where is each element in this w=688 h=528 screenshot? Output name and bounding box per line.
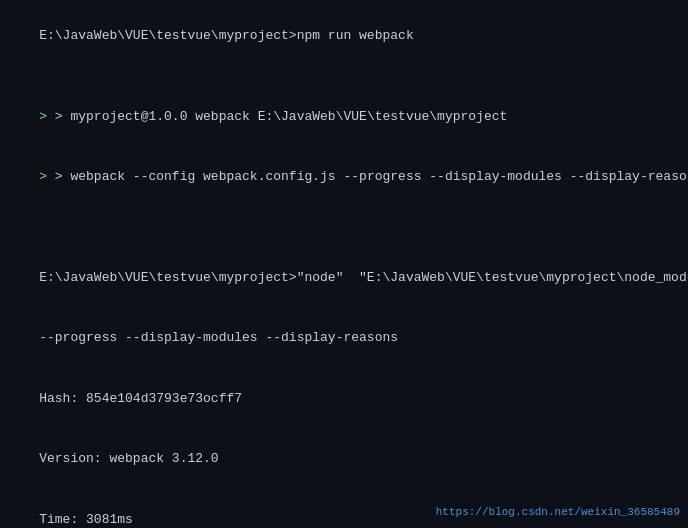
- blank-line-3: [8, 228, 680, 248]
- npm-output-2: > > webpack --config webpack.config.js -…: [8, 147, 680, 207]
- hash-line: Hash: 854e104d3793e73ocff7: [8, 369, 680, 429]
- watermark: https://blog.csdn.net/weixin_36585489: [436, 506, 680, 518]
- progress-args-line: --progress --display-modules --display-r…: [8, 308, 680, 368]
- npm-output-1: > > myproject@1.0.0 webpack E:\JavaWeb\V…: [8, 87, 680, 147]
- command-line-1: E:\JavaWeb\VUE\testvue\myproject>npm run…: [8, 6, 680, 66]
- version-line: Version: webpack 3.12.0: [8, 429, 680, 489]
- blank-line-2: [8, 207, 680, 227]
- path-text: E:\JavaWeb\VUE\testvue\myproject>npm run…: [39, 28, 413, 43]
- blank-line-1: [8, 66, 680, 86]
- node-cmd-line: E:\JavaWeb\VUE\testvue\myproject>"node" …: [8, 248, 680, 308]
- terminal-window: E:\JavaWeb\VUE\testvue\myproject>npm run…: [0, 0, 688, 528]
